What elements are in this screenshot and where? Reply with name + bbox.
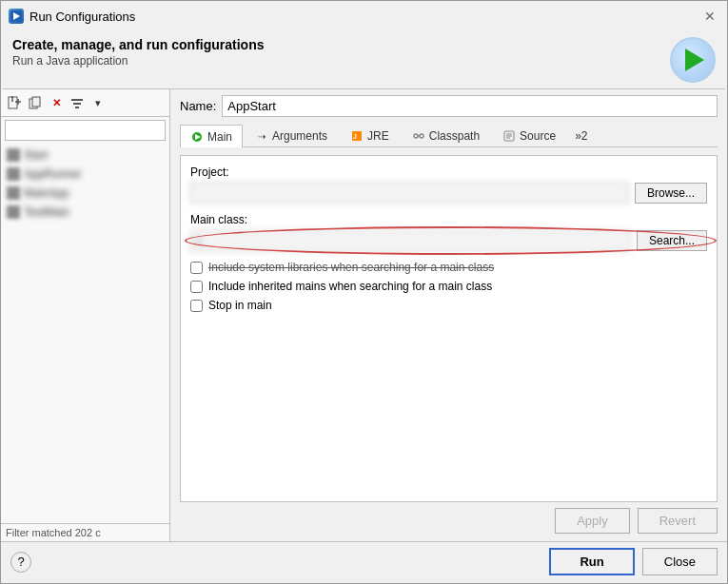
action-row: Apply Revert — [180, 502, 718, 535]
include-system-label: Include system libraries when searching … — [208, 261, 494, 274]
list-item-icon — [7, 186, 20, 200]
tab-source-label: Source — [520, 129, 556, 143]
list-item-label: MainApp — [24, 186, 69, 200]
main-class-field-row: Search... — [190, 230, 707, 251]
name-label: Name: — [180, 99, 216, 113]
title-bar-left: Run Configurations — [9, 9, 135, 24]
include-inherited-checkbox[interactable] — [190, 281, 203, 293]
window-close-button[interactable]: ✕ — [700, 7, 719, 26]
header-subtitle: Run a Java application — [12, 54, 265, 68]
title-bar: Run Configurations ✕ — [1, 1, 727, 29]
svg-rect-8 — [71, 99, 83, 101]
tab-arguments[interactable]: ⇢ Arguments — [245, 125, 338, 146]
list-item[interactable]: TestMain — [1, 203, 169, 222]
main-class-label: Main class: — [190, 213, 707, 226]
revert-button[interactable]: Revert — [638, 508, 718, 534]
section-content: Project: Browse... Main class: Search... — [180, 155, 718, 502]
stop-in-main-label: Stop in main — [208, 299, 272, 312]
play-triangle-icon — [685, 49, 704, 71]
list-item-icon — [7, 205, 20, 219]
project-field-group: Project: Browse... — [190, 165, 707, 204]
close-dialog-button[interactable]: Close — [642, 548, 718, 575]
svg-rect-9 — [73, 103, 81, 105]
tab-classpath-label: Classpath — [429, 129, 480, 143]
tab-more-button[interactable]: »2 — [568, 125, 594, 146]
bottom-bar: ? Run Close — [1, 541, 727, 583]
project-field-row: Browse... — [190, 183, 707, 204]
list-item-icon — [7, 148, 20, 162]
header-text: Create, manage, and run configurations R… — [12, 37, 265, 68]
source-tab-icon — [502, 129, 516, 143]
tab-bar: Main ⇢ Arguments J JRE Classpath — [180, 125, 718, 147]
stop-in-main-checkbox[interactable] — [190, 300, 203, 312]
header-title: Create, manage, and run configurations — [12, 37, 265, 52]
help-button[interactable]: ? — [10, 552, 31, 573]
svg-point-15 — [414, 134, 418, 138]
list-item[interactable]: MainApp — [1, 184, 169, 203]
project-label: Project: — [190, 165, 707, 179]
main-tab-icon — [190, 130, 204, 144]
tab-arguments-label: Arguments — [272, 129, 327, 143]
dialog-title: Run Configurations — [30, 10, 135, 24]
classpath-tab-icon — [412, 129, 425, 143]
main-class-input[interactable] — [190, 230, 631, 251]
arguments-tab-icon: ⇢ — [255, 129, 268, 143]
name-input[interactable] — [222, 95, 718, 117]
project-input[interactable] — [190, 183, 629, 204]
main-class-wrapper: Search... — [190, 230, 707, 251]
delete-config-button[interactable]: ✕ — [47, 93, 66, 112]
list-item-label: AppRunner — [24, 167, 82, 181]
filter-button[interactable] — [68, 93, 87, 112]
duplicate-config-button[interactable] — [26, 93, 45, 112]
tab-jre-label: JRE — [367, 129, 389, 143]
checkbox-include-inherited: Include inherited mains when searching f… — [190, 280, 707, 293]
tab-jre[interactable]: J JRE — [340, 125, 400, 146]
name-row: Name: — [180, 95, 718, 117]
include-system-text: Include system libraries when searching … — [208, 261, 494, 274]
list-item-label: Start — [24, 148, 48, 162]
tab-classpath[interactable]: Classpath — [402, 125, 490, 146]
bottom-buttons: Run Close — [549, 548, 718, 575]
tab-source[interactable]: Source — [492, 125, 566, 146]
tab-main[interactable]: Main — [180, 125, 243, 147]
main-class-field-group: Main class: Search... — [190, 213, 707, 251]
search-main-class-button[interactable]: Search... — [637, 230, 707, 251]
checkbox-stop-in-main: Stop in main — [190, 299, 707, 312]
run-icon — [670, 37, 716, 83]
more-dropdown-button[interactable]: ▾ — [89, 93, 108, 112]
main-content: ✕ ▾ Start AppRunner MainA — [1, 89, 727, 541]
run-button[interactable]: Run — [549, 548, 634, 575]
dialog-icon — [9, 9, 24, 24]
checkbox-include-system: Include system libraries when searching … — [190, 261, 707, 274]
apply-button[interactable]: Apply — [555, 508, 630, 534]
browse-project-button[interactable]: Browse... — [635, 183, 707, 204]
config-list: Start AppRunner MainApp TestMain — [1, 144, 169, 523]
list-item[interactable]: AppRunner — [1, 165, 169, 184]
new-config-button[interactable] — [5, 93, 24, 112]
filter-status: Filter matched 202 c — [1, 523, 169, 541]
include-system-checkbox[interactable] — [190, 262, 203, 274]
svg-point-16 — [420, 134, 423, 138]
svg-text:J: J — [353, 133, 357, 140]
list-item[interactable]: Start — [1, 146, 169, 165]
list-item-label: TestMain — [24, 205, 69, 219]
list-item-icon — [7, 167, 20, 181]
header-section: Create, manage, and run configurations R… — [1, 29, 727, 88]
svg-rect-10 — [75, 107, 79, 108]
svg-rect-7 — [32, 97, 40, 107]
jre-tab-icon: J — [350, 129, 364, 143]
left-toolbar: ✕ ▾ — [1, 89, 169, 117]
include-inherited-label: Include inherited mains when searching f… — [208, 280, 492, 293]
run-configurations-dialog: Run Configurations ✕ Create, manage, and… — [0, 0, 728, 584]
filter-input[interactable] — [5, 120, 166, 141]
right-panel: Name: Main ⇢ Arguments J — [170, 89, 727, 541]
left-panel: ✕ ▾ Start AppRunner MainA — [1, 89, 170, 541]
tab-main-label: Main — [207, 130, 232, 144]
